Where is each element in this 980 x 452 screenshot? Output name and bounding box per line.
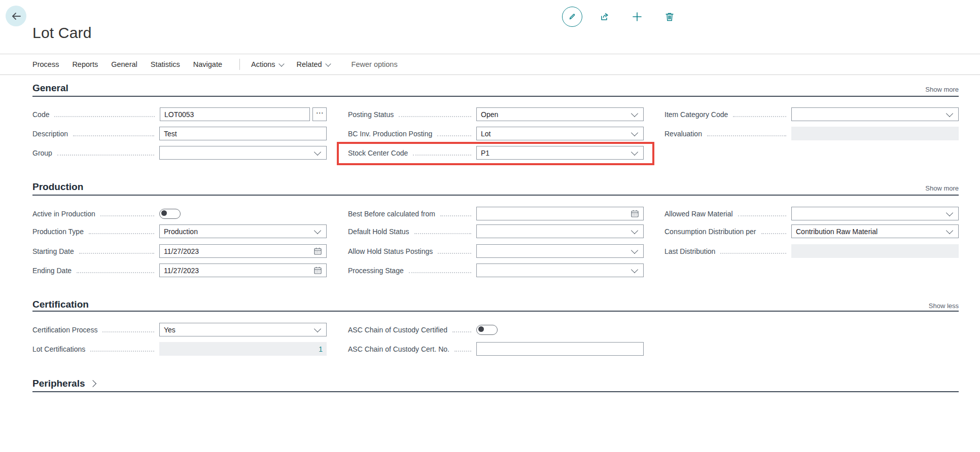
dotted-leader [414, 233, 471, 234]
bc-inv-production-posting-combobox[interactable]: Lot [476, 127, 644, 140]
field-label: BC Inv. Production Posting [348, 130, 432, 138]
production-show-more-link[interactable]: Show more [925, 184, 959, 192]
dotted-leader [413, 155, 471, 156]
processing-stage-combobox[interactable] [476, 263, 644, 277]
field-label: Stock Center Code [348, 149, 408, 157]
menu-divider [239, 59, 240, 70]
field-group: Group [32, 146, 327, 160]
chevron-down-icon [631, 266, 638, 273]
field-bc-inv-production-posting: BC Inv. Production Posting Lot [348, 127, 644, 140]
general-show-more-link[interactable]: Show more [925, 86, 959, 93]
field-label: Certification Process [32, 326, 97, 334]
certification-process-combobox[interactable]: Yes [159, 323, 327, 336]
lot-card-page: Lot Card Process Reports General Statist… [0, 0, 980, 452]
chevron-right-icon [89, 380, 96, 387]
peripherals-title-label: Peripherals [32, 378, 85, 389]
allowed-raw-material-combobox[interactable] [791, 207, 959, 220]
assist-edit-button[interactable]: ⋯ [312, 107, 327, 121]
posting-status-combobox[interactable]: Open [476, 107, 644, 121]
calendar-icon[interactable] [313, 266, 322, 275]
chevron-down-icon [631, 227, 638, 234]
field-label: Posting Status [348, 110, 394, 119]
field-label: Starting Date [32, 247, 74, 255]
edit-button[interactable] [562, 7, 582, 27]
field-label: Allow Hold Status Postings [348, 247, 433, 255]
last-distribution-field [791, 244, 959, 258]
field-label: Consumption Distribution per [664, 228, 756, 236]
chevron-down-icon [946, 209, 953, 216]
lot-certifications-drilldown[interactable]: 1 [159, 342, 327, 356]
menu-item-reports[interactable]: Reports [72, 60, 98, 68]
field-default-hold-status: Default Hold Status [348, 224, 644, 238]
delete-button[interactable] [659, 7, 680, 27]
field-label: Last Distribution [664, 247, 715, 255]
field-consumption-distribution-per: Consumption Distribution per Contributio… [664, 224, 959, 238]
field-label: Item Category Code [664, 110, 728, 119]
production-type-combobox[interactable]: Production [159, 224, 327, 238]
field-production-type: Production Type Production [32, 224, 327, 238]
back-button[interactable] [6, 6, 26, 26]
chevron-down-icon [314, 227, 321, 234]
field-label: Revaluation [664, 130, 702, 138]
calendar-icon[interactable] [313, 247, 322, 255]
certification-show-less-link[interactable]: Show less [929, 302, 959, 310]
dotted-leader [440, 215, 471, 216]
allow-hold-status-postings-combobox[interactable] [476, 244, 644, 258]
field-item-category-code: Item Category Code [664, 107, 959, 121]
field-active-in-production: Active in Production [32, 207, 327, 220]
chevron-down-icon [325, 61, 331, 66]
menu-item-navigate[interactable]: Navigate [193, 60, 222, 68]
field-processing-stage: Processing Stage [348, 263, 644, 277]
best-before-input[interactable] [476, 207, 644, 220]
menu-item-general[interactable]: General [111, 60, 137, 68]
fewer-options-link[interactable]: Fewer options [352, 60, 398, 68]
revaluation-field [791, 127, 959, 140]
calendar-icon[interactable] [631, 209, 639, 218]
field-asc-chain-certified: ASC Chain of Custody Certified [348, 323, 644, 336]
menu-dropdown-related[interactable]: Related [297, 60, 330, 68]
field-asc-chain-cert-no: ASC Chain of Custody Cert. No. [348, 342, 644, 356]
starting-date-input[interactable]: 11/27/2023 [159, 244, 327, 258]
dotted-leader [54, 116, 155, 117]
trash-icon [664, 11, 675, 22]
default-hold-status-combobox[interactable] [476, 224, 644, 238]
section-rule [32, 195, 959, 196]
ending-date-input[interactable]: 11/27/2023 [159, 263, 327, 277]
add-button[interactable] [627, 7, 647, 27]
arrow-left-icon [11, 11, 22, 22]
field-allowed-raw-material: Allowed Raw Material [664, 207, 959, 220]
section-production-title[interactable]: Production [32, 181, 83, 193]
section-peripherals-title[interactable]: Peripherals [32, 378, 95, 389]
share-button[interactable] [594, 7, 615, 27]
page-title: Lot Card [32, 24, 92, 42]
menu-dropdown-actions-label: Actions [251, 60, 275, 68]
field-posting-status: Posting Status Open [348, 107, 644, 121]
active-in-production-toggle[interactable] [159, 209, 181, 219]
menu-item-process[interactable]: Process [32, 60, 59, 68]
item-category-code-combobox[interactable] [791, 107, 959, 121]
section-certification-title[interactable]: Certification [32, 299, 89, 310]
asc-chain-of-custody-certified-toggle[interactable] [476, 325, 498, 335]
field-lot-certifications: Lot Certifications 1 [32, 342, 327, 356]
code-input[interactable]: LOT0053 [160, 107, 310, 121]
chevron-down-icon [314, 148, 321, 155]
ellipsis-icon: ⋯ [316, 108, 324, 118]
field-label: Best Before calculated from [348, 210, 435, 218]
field-label: Processing Stage [348, 267, 404, 275]
dotted-leader [437, 135, 471, 136]
stock-center-code-combobox[interactable]: P1 [476, 146, 644, 160]
field-label: Code [32, 110, 49, 119]
menu-item-statistics[interactable]: Statistics [151, 60, 180, 68]
share-icon [599, 11, 611, 23]
dotted-leader [79, 253, 154, 254]
dotted-leader [100, 215, 154, 216]
asc-chain-of-custody-cert-no-input[interactable] [476, 342, 644, 356]
field-label: Description [32, 130, 68, 138]
consumption-distribution-per-combobox[interactable]: Contribution Raw Material [791, 224, 959, 238]
menu-dropdown-actions[interactable]: Actions [251, 60, 284, 68]
group-combobox[interactable] [159, 146, 327, 160]
description-input[interactable]: Test [159, 127, 327, 140]
section-general-title[interactable]: General [32, 83, 68, 94]
add-icon [631, 11, 643, 23]
chevron-down-icon [946, 227, 953, 234]
